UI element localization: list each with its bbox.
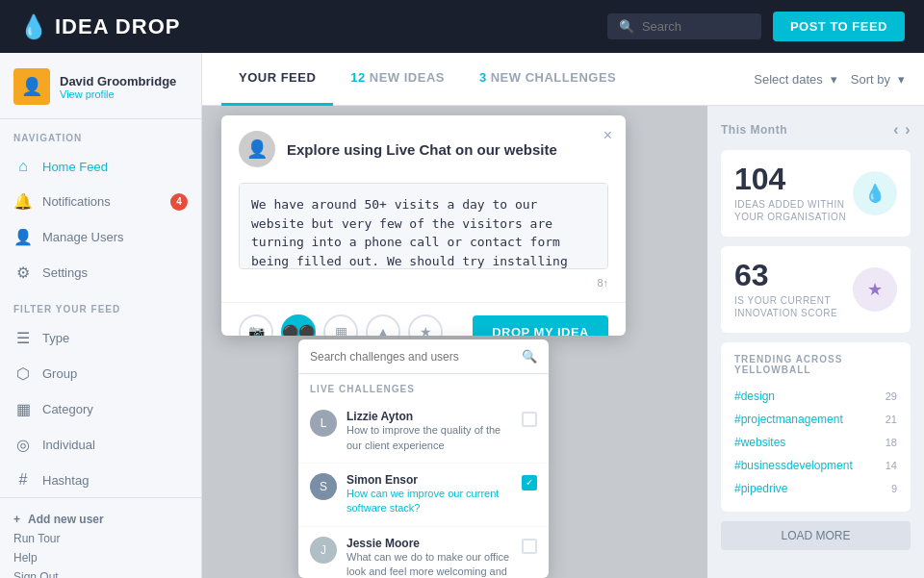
- sidebar-item-hashtag[interactable]: # Hashtag: [0, 463, 201, 497]
- trending-tag[interactable]: #businessdevelopment: [734, 459, 853, 472]
- ch-checkbox[interactable]: [522, 539, 537, 554]
- modal-avatar: 👤: [239, 131, 275, 167]
- prev-icon[interactable]: ‹: [893, 121, 899, 138]
- stat-icon-purple: ★: [853, 267, 897, 312]
- filter-label: FILTER YOUR FEED: [0, 290, 201, 320]
- upload-icon-button[interactable]: ▲: [366, 314, 400, 336]
- trending-count: 14: [886, 460, 897, 471]
- group-icon-button[interactable]: ⚫⚫: [281, 314, 316, 336]
- sort-by[interactable]: Sort by ▾: [851, 72, 905, 87]
- category-icon: ▦: [13, 400, 33, 418]
- drop-idea-submit-button[interactable]: DROP MY IDEA: [473, 315, 608, 337]
- sidebar-item-home-feed[interactable]: ⌂ Home Feed: [0, 149, 201, 184]
- modal-overlay: 👤 Explore using Live Chat on our website…: [202, 106, 707, 578]
- sidebar-item-group[interactable]: ⬡ Group: [0, 356, 201, 391]
- stat-icon-teal: 💧: [853, 171, 897, 215]
- trending-item: #websites 18: [734, 431, 897, 454]
- sidebar-item-type[interactable]: ☰ Type: [0, 320, 201, 356]
- ch-desc-link[interactable]: How can we improve our current software …: [346, 487, 512, 516]
- ch-avatar: L: [310, 410, 337, 437]
- sidebar-item-settings[interactable]: ⚙ Settings: [0, 255, 201, 290]
- modal-title: Explore using Live Chat on our website: [287, 141, 608, 158]
- tab-label: YOUR FEED: [239, 70, 316, 85]
- bell-icon: 🔔: [13, 192, 33, 211]
- idea-text-input[interactable]: We have around 50+ visits a day to our w…: [239, 183, 608, 269]
- stat-info: 104 IDEAS ADDED WITHINYOUR ORGANISATION: [734, 163, 846, 223]
- user-profile: 👤 David Groombridge View profile: [0, 53, 201, 119]
- search-icon: 🔍: [619, 19, 634, 34]
- sidebar-item-label: Category: [42, 402, 93, 416]
- challenge-item: L Lizzie Ayton How to improve the qualit…: [298, 400, 549, 464]
- user-icon: 👤: [13, 228, 33, 246]
- add-new-user-button[interactable]: + Add new user: [13, 510, 188, 529]
- sidebar-item-individual[interactable]: ◎ Individual: [0, 427, 201, 463]
- challenge-item: J Jessie Moore What can we do to make ou…: [298, 527, 549, 578]
- sidebar-item-label: Manage Users: [42, 230, 124, 244]
- search-input[interactable]: [642, 19, 750, 34]
- hashtag-icon: #: [13, 471, 33, 489]
- stat-number: 104: [734, 163, 846, 194]
- modal-close-button[interactable]: ×: [603, 127, 612, 144]
- trending-tag[interactable]: #design: [734, 390, 775, 403]
- main-content: YOUR FEED 12 NEW IDEAS 3 NEW CHALLENGES …: [202, 53, 924, 578]
- post-to-feed-button[interactable]: POST TO FEED: [773, 12, 905, 41]
- trending-tag[interactable]: #websites: [734, 436, 785, 449]
- tab-your-feed[interactable]: YOUR FEED: [221, 53, 333, 106]
- trending-count: 18: [886, 437, 897, 448]
- trending-tag[interactable]: #pipedrive: [734, 482, 787, 495]
- ch-name: Simon Ensor: [346, 473, 512, 487]
- load-more-button[interactable]: LOAD MORE: [721, 521, 911, 550]
- challenge-search-input[interactable]: [310, 350, 514, 364]
- tab-label: NEW IDEAS: [370, 70, 445, 85]
- select-dates[interactable]: Select dates ▾: [754, 72, 837, 87]
- search-icon: 🔍: [522, 349, 537, 364]
- main-layout: 👤 David Groombridge View profile NAVIGAT…: [0, 53, 924, 578]
- this-month-title: This Month ‹ ›: [721, 121, 911, 138]
- tab-new-ideas[interactable]: 12 NEW IDEAS: [333, 53, 462, 106]
- ch-avatar: S: [310, 473, 337, 500]
- char-count: 8↑: [239, 277, 608, 289]
- individual-icon: ◎: [13, 436, 33, 454]
- sidebar-item-label: Type: [42, 331, 69, 345]
- user-name: David Groombridge: [60, 74, 176, 88]
- sidebar-item-category[interactable]: ▦ Category: [0, 391, 201, 427]
- sidebar-bottom: + Add new user Run Tour Help Sign Out: [0, 497, 201, 578]
- sign-out-link[interactable]: Sign Out: [13, 567, 188, 578]
- sidebar-item-manage-users[interactable]: 👤 Manage Users: [0, 219, 201, 255]
- ch-desc: How to improve the quality of the our cl…: [346, 423, 512, 453]
- search-bar: 🔍: [607, 13, 761, 39]
- gear-icon: ⚙: [13, 264, 33, 282]
- ch-checkbox[interactable]: [522, 412, 537, 427]
- list-icon: ☰: [13, 329, 33, 347]
- star-icon-button[interactable]: ★: [408, 314, 443, 336]
- help-link[interactable]: Help: [13, 548, 188, 567]
- ch-checkbox-checked[interactable]: ✓: [522, 475, 537, 490]
- stat-label: IS YOUR CURRENTINNOVATION SCORE: [734, 294, 837, 319]
- group-icon: ⬡: [13, 364, 33, 383]
- view-profile-link[interactable]: View profile: [60, 88, 176, 100]
- challenge-item: S Simon Ensor How can we improve our cur…: [298, 464, 549, 527]
- trending-tag[interactable]: #projectmanagement: [734, 413, 843, 426]
- navigation-label: NAVIGATION: [0, 119, 201, 149]
- sidebar-item-label: Notifications: [42, 194, 111, 209]
- trending-section: TRENDING ACROSS YELLOWBALL #design 29 #p…: [721, 342, 911, 512]
- grid-icon-button[interactable]: ▦: [323, 314, 358, 336]
- stat-card-score: 63 IS YOUR CURRENTINNOVATION SCORE ★: [721, 246, 911, 333]
- feed-left: Drop an Idea Post a Challenge Post a Bul…: [202, 106, 707, 578]
- trending-item: #pipedrive 9: [734, 477, 897, 500]
- sidebar-item-label: Settings: [42, 265, 88, 280]
- next-icon[interactable]: ›: [905, 121, 911, 138]
- run-tour-link[interactable]: Run Tour: [13, 529, 188, 548]
- sidebar-item-notifications[interactable]: 🔔 Notifications 4: [0, 184, 201, 219]
- trending-item: #businessdevelopment 14: [734, 454, 897, 477]
- sidebar: 👤 David Groombridge View profile NAVIGAT…: [0, 53, 202, 578]
- tab-bar: YOUR FEED 12 NEW IDEAS 3 NEW CHALLENGES …: [202, 53, 924, 106]
- tab-new-challenges[interactable]: 3 NEW CHALLENGES: [462, 53, 633, 106]
- top-navigation: 💧 IDEA DROP 🔍 POST TO FEED: [0, 0, 924, 53]
- notification-badge: 4: [170, 193, 188, 211]
- sidebar-item-label: Group: [42, 366, 77, 381]
- photo-icon-button[interactable]: 📷: [239, 314, 273, 336]
- ch-info: Jessie Moore What can we do to make our …: [346, 537, 512, 578]
- stat-card-ideas: 104 IDEAS ADDED WITHINYOUR ORGANISATION …: [721, 150, 911, 237]
- challenge-dropdown: 🔍 LIVE CHALLENGES L Lizzie Ayton How to …: [298, 339, 549, 578]
